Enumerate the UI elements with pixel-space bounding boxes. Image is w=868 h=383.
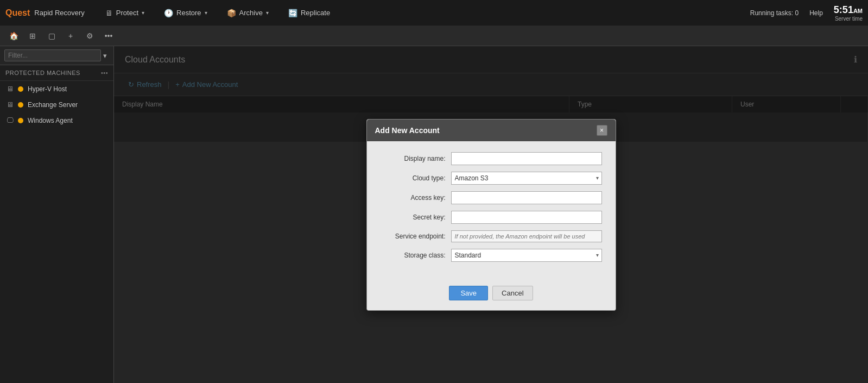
quest-logo: Quest xyxy=(5,8,30,18)
secret-key-input[interactable] xyxy=(451,211,602,224)
nav-right: Running tasks: 0 Help 5:51AM Server time xyxy=(750,4,863,22)
cloud-type-select-wrapper: Amazon S3 Azure Google Cloud ▾ xyxy=(451,172,602,185)
access-key-label: Access key: xyxy=(381,194,451,202)
archive-chevron: ▾ xyxy=(266,10,269,16)
filter-dropdown-button[interactable]: ▾ xyxy=(101,51,109,61)
replicate-label: Replicate xyxy=(301,9,330,17)
restore-icon: 🕐 xyxy=(164,9,173,17)
cloud-type-row: Cloud type: Amazon S3 Azure Google Cloud… xyxy=(381,172,602,185)
hyperv-label: Hyper-V Host xyxy=(28,85,67,93)
grid-button[interactable]: ⊞ xyxy=(24,28,41,43)
filter-bar: ▾ xyxy=(0,46,113,65)
replicate-icon: 🔄 xyxy=(288,9,297,17)
brand: Quest Rapid Recovery xyxy=(5,8,85,18)
windows-label: Windows Agent xyxy=(28,117,73,124)
app-name: Rapid Recovery xyxy=(34,9,85,17)
storage-class-row: Storage class: Standard Reduced Redundan… xyxy=(381,249,602,262)
nav-items: 🖥 Add New Account Protect ▾ 🕐 Restore ▾ … xyxy=(96,0,750,26)
restore-label: Restore xyxy=(176,9,201,17)
storage-class-label: Storage class: xyxy=(381,252,451,259)
protect-label: Protect xyxy=(116,9,138,17)
display-name-input[interactable] xyxy=(451,152,602,165)
service-endpoint-label: Service endpoint: xyxy=(381,233,451,240)
service-endpoint-input[interactable] xyxy=(451,230,602,242)
nav-restore[interactable]: 🕐 Restore ▾ xyxy=(154,0,217,26)
main-layout: ▾ PROTECTED MACHINES ••• 🖥 Hyper-V Host … xyxy=(0,46,868,383)
cloud-type-label: Cloud type: xyxy=(381,174,451,182)
protect-chevron: ▾ xyxy=(142,10,144,16)
server-time: 5:51AM Server time xyxy=(834,4,863,22)
storage-class-select-wrapper: Standard Reduced Redundancy Infrequent A… xyxy=(451,249,602,262)
hyperv-status-dot xyxy=(18,86,23,92)
nav-replicate[interactable]: 🔄 Replicate xyxy=(278,0,340,26)
access-key-input[interactable] xyxy=(451,191,602,204)
cloud-type-select[interactable]: Amazon S3 Azure Google Cloud xyxy=(451,172,602,185)
protected-machines-section[interactable]: PROTECTED MACHINES ••• xyxy=(0,65,113,81)
more-button[interactable]: ••• xyxy=(100,28,117,43)
restore-chevron: ▾ xyxy=(205,10,207,16)
square-button[interactable]: ▢ xyxy=(43,28,60,43)
section-more-icon[interactable]: ••• xyxy=(101,70,108,76)
secret-key-row: Secret key: xyxy=(381,211,602,224)
exchange-icon: 🖥 xyxy=(7,101,14,109)
top-navigation: Quest Rapid Recovery 🖥 Add New Account P… xyxy=(0,0,868,26)
nav-archive[interactable]: 📦 Archive ▾ xyxy=(217,0,278,26)
sidebar: ▾ PROTECTED MACHINES ••• 🖥 Hyper-V Host … xyxy=(0,46,114,383)
display-name-row: Display name: xyxy=(381,152,602,165)
hyperv-icon: 🖥 xyxy=(7,85,14,93)
running-tasks: Running tasks: 0 xyxy=(750,9,799,17)
cancel-button[interactable]: Cancel xyxy=(492,286,533,300)
modal-header: Add New Account × xyxy=(367,120,616,141)
archive-label: Archive xyxy=(239,9,263,17)
modal-title: Add New Account xyxy=(375,126,440,135)
modal-footer: Save Cancel xyxy=(367,279,616,310)
modal-close-button[interactable]: × xyxy=(597,125,607,136)
home-button[interactable]: 🏠 xyxy=(5,28,22,43)
service-endpoint-row: Service endpoint: xyxy=(381,230,602,242)
help-link[interactable]: Help xyxy=(809,9,823,17)
modal-body: Display name: Cloud type: Amazon S3 Azur… xyxy=(367,141,616,279)
machine-item-hyperv[interactable]: 🖥 Hyper-V Host xyxy=(0,81,113,97)
machine-item-exchange[interactable]: 🖥 Exchange Server xyxy=(0,97,113,112)
display-name-label: Display name: xyxy=(381,155,451,162)
add-new-account-modal: Add New Account × Display name: Cloud ty… xyxy=(366,119,616,311)
save-button[interactable]: Save xyxy=(449,286,488,300)
modal-overlay: Add New Account × Display name: Cloud ty… xyxy=(114,46,868,383)
machine-item-windows[interactable]: 🖵 Windows Agent xyxy=(0,112,113,128)
storage-class-select[interactable]: Standard Reduced Redundancy Infrequent A… xyxy=(451,249,602,262)
add-button[interactable]: + xyxy=(62,28,79,43)
secret-key-label: Secret key: xyxy=(381,214,451,221)
windows-icon: 🖵 xyxy=(7,116,14,124)
nav-protect[interactable]: 🖥 Add New Account Protect ▾ xyxy=(96,0,154,26)
gear-button[interactable]: ⚙ xyxy=(81,28,98,43)
protect-icon: 🖥 xyxy=(105,9,113,17)
content-area: Cloud Accounts ℹ ↻ Refresh | + Add New A… xyxy=(114,46,868,383)
filter-input[interactable] xyxy=(4,49,101,61)
exchange-status-dot xyxy=(18,102,23,108)
section-label: PROTECTED MACHINES xyxy=(5,70,80,76)
access-key-row: Access key: xyxy=(381,191,602,204)
toolbar: 🏠 ⊞ ▢ + ⚙ ••• xyxy=(0,26,868,46)
windows-status-dot xyxy=(18,118,23,123)
archive-icon: 📦 xyxy=(227,9,236,17)
exchange-label: Exchange Server xyxy=(28,101,78,109)
